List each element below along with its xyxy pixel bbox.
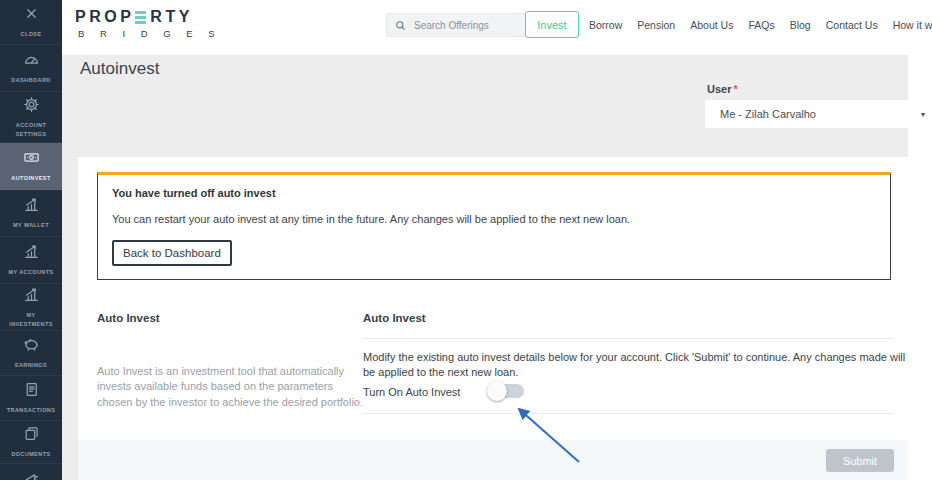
megaphone-icon <box>23 470 40 480</box>
toggle-knob <box>487 381 507 401</box>
logo-text-prop: PROP <box>75 8 134 26</box>
sidebar-item-my-wallet[interactable]: MY WALLET <box>0 190 62 237</box>
logo-e-bars-icon <box>135 11 146 24</box>
sidebar-item-close[interactable]: CLOSE <box>0 0 62 45</box>
chevron-down-icon: ▾ <box>921 110 925 119</box>
card-footer: Submit <box>78 440 908 480</box>
sidebar-item-transactions[interactable]: TRANSACTIONS <box>0 376 62 421</box>
sidebar-item-dashboard[interactable]: DASHBOARD <box>0 45 62 92</box>
sidebar-item-autoinvest[interactable]: AUTOINVEST <box>0 143 62 190</box>
nav-link-about-us[interactable]: About Us <box>690 19 733 31</box>
receipt-icon <box>23 381 40 402</box>
nav-link-contact-us[interactable]: Contact Us <box>826 19 878 31</box>
user-label-text: User <box>707 83 731 95</box>
turn-on-auto-invest-label: Turn On Auto Invest <box>363 386 460 398</box>
sidebar-item-label: AUTOINVEST <box>11 174 50 183</box>
chart-icon <box>23 286 40 307</box>
sidebar-item-my-investments[interactable]: MY INVESTMENTS <box>0 284 62 331</box>
sidebar-item-label: TRANSACTIONS <box>7 406 56 415</box>
autoinvest-off-alert: You have turned off auto invest You can … <box>97 172 891 280</box>
sidebar-item-label: MY WALLET <box>13 221 49 230</box>
nav-link-borrow[interactable]: Borrow <box>589 19 622 31</box>
documents-icon <box>23 425 40 446</box>
user-field-label: User* <box>707 83 738 95</box>
sidebar-item-label: EARNINGS <box>15 361 47 370</box>
user-select-value: Me - Zilah Carvalho <box>720 108 816 120</box>
search-icon <box>395 20 406 31</box>
sidebar-item-label: DOCUMENTS <box>11 450 50 459</box>
search-input[interactable] <box>412 19 523 32</box>
sidebar-item-label: CLOSE <box>21 30 42 39</box>
logo-line-2: B R I D G E S <box>78 28 221 39</box>
left-column-heading: Auto Invest <box>97 312 160 324</box>
submit-button[interactable]: Submit <box>826 449 894 472</box>
sidebar-item-earnings[interactable]: EARNINGS <box>0 331 62 376</box>
sidebar: CLOSE DASHBOARD ACCOUNT SETTINGS AUTOINV… <box>0 0 62 480</box>
banknote-icon <box>23 149 40 170</box>
search-box[interactable] <box>386 13 532 37</box>
sidebar-item-documents[interactable]: DOCUMENTS <box>0 421 62 464</box>
sidebar-item-account-settings[interactable]: ACCOUNT SETTINGS <box>0 92 62 143</box>
sidebar-item-invite-a-friend[interactable]: INVITE A FRIEND <box>0 464 62 480</box>
right-column-heading: Auto Invest <box>363 312 426 324</box>
autoinvest-card: You have turned off auto invest You can … <box>78 157 908 480</box>
sidebar-item-label: ACCOUNT SETTINGS <box>4 121 58 139</box>
piggy-bank-icon <box>23 336 40 357</box>
sidebar-item-label: MY INVESTMENTS <box>4 311 58 329</box>
logo-line-1: PROP RTY <box>75 8 221 26</box>
divider <box>363 338 893 339</box>
property-bridges-logo[interactable]: PROP RTY B R I D G E S <box>75 8 221 39</box>
top-header: PROP RTY B R I D G E S Invest Borrow Pen… <box>62 0 932 55</box>
chart-icon <box>23 243 40 264</box>
user-select-dropdown[interactable]: Me - Zilah Carvalho ▾ <box>705 100 932 128</box>
sidebar-item-label: MY ACCOUNTS <box>8 268 53 277</box>
nav-link-how-it-works[interactable]: How it works <box>893 19 932 31</box>
header-nav: Borrow Pension About Us FAQs Blog Contac… <box>589 0 932 50</box>
invest-button[interactable]: Invest <box>525 11 579 38</box>
nav-link-faqs[interactable]: FAQs <box>748 19 774 31</box>
app-window: CLOSE DASHBOARD ACCOUNT SETTINGS AUTOINV… <box>0 0 932 492</box>
dashboard-icon <box>23 51 40 72</box>
chart-icon <box>23 196 40 217</box>
auto-invest-toggle[interactable] <box>490 384 524 398</box>
gear-icon <box>23 96 40 117</box>
left-column-description: Auto Invest is an investment tool that a… <box>97 364 369 410</box>
logo-text-rty: RTY <box>150 8 193 26</box>
page-title: Autoinvest <box>80 59 159 79</box>
close-icon <box>23 5 40 26</box>
sidebar-item-label: DASHBOARD <box>11 76 50 85</box>
alert-body: You can restart your auto invest at any … <box>112 213 876 225</box>
divider <box>363 413 893 414</box>
required-asterisk: * <box>733 83 737 95</box>
right-column-description: Modify the existing auto invest details … <box>363 350 908 380</box>
back-to-dashboard-button[interactable]: Back to Dashboard <box>112 240 232 266</box>
content-area: Autoinvest User* Me - Zilah Carvalho ▾ Y… <box>62 55 908 480</box>
alert-title: You have turned off auto invest <box>112 187 876 199</box>
nav-link-pension[interactable]: Pension <box>637 19 675 31</box>
nav-link-blog[interactable]: Blog <box>790 19 811 31</box>
sidebar-item-my-accounts[interactable]: MY ACCOUNTS <box>0 237 62 284</box>
